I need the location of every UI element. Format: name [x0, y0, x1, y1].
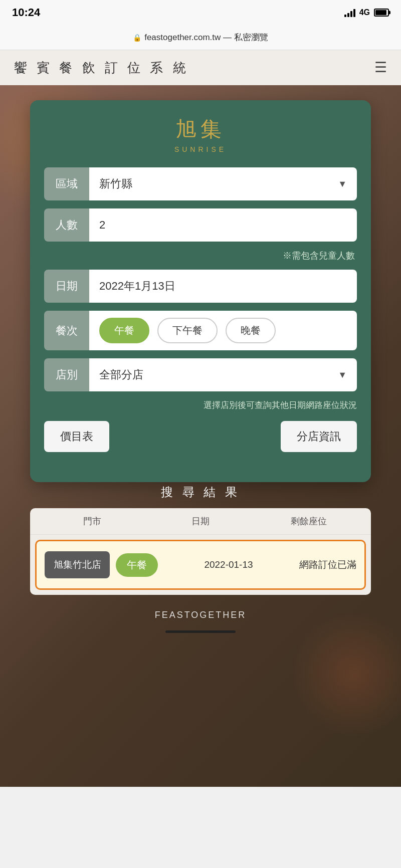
- battery-icon: [374, 9, 389, 17]
- region-label: 區域: [44, 167, 89, 200]
- result-store-name: 旭集竹北店: [45, 551, 110, 578]
- price-list-button[interactable]: 價目表: [44, 421, 109, 452]
- footer: FEASTOGETHER: [155, 610, 247, 633]
- store-select[interactable]: 全部分店 ▼: [89, 358, 357, 391]
- region-row: 區域 新竹縣 ▼: [44, 167, 357, 200]
- brand-area: 旭集 SUNRISE: [44, 115, 357, 153]
- action-buttons: 價目表 分店資訊: [44, 421, 357, 452]
- region-value: 新竹縣: [99, 176, 132, 191]
- result-row: 旭集竹北店 午餐 2022-01-13 網路訂位已滿: [39, 543, 362, 586]
- results-table-body: 旭集竹北店 午餐 2022-01-13 網路訂位已滿: [30, 535, 371, 595]
- meal-options: 午餐 下午餐 晚餐: [89, 311, 357, 350]
- store-note: 選擇店別後可查詢其他日期網路座位狀況: [44, 399, 357, 411]
- network-label: 4G: [359, 8, 370, 17]
- brand-english: SUNRISE: [44, 145, 357, 153]
- lock-icon: 🔒: [133, 34, 141, 42]
- result-date: 2022-01-13: [164, 559, 293, 570]
- search-results-title: 搜 尋 結 果: [30, 484, 371, 500]
- date-input[interactable]: 2022年1月13日: [89, 270, 357, 303]
- url-text: feastogether.com.tw — 私密瀏覽: [144, 32, 268, 43]
- home-indicator: [165, 630, 236, 633]
- region-dropdown-arrow: ▼: [338, 179, 347, 189]
- count-input[interactable]: 2: [89, 208, 357, 242]
- meal-btn-lunch[interactable]: 午餐: [99, 318, 149, 343]
- region-select[interactable]: 新竹縣 ▼: [89, 167, 357, 200]
- results-table-header: 門市 日期 剩餘座位: [30, 508, 371, 535]
- date-label: 日期: [44, 270, 89, 303]
- count-note: ※需包含兒童人數: [44, 250, 357, 262]
- store-row: 店別 全部分店 ▼: [44, 358, 357, 391]
- status-bar: 10:24 4G: [0, 0, 401, 25]
- result-meal-tag: 午餐: [116, 553, 158, 577]
- meal-btn-afternoon[interactable]: 下午餐: [157, 318, 218, 343]
- hamburger-icon[interactable]: ☰: [374, 61, 387, 75]
- nav-title: 饗 賓 餐 飲 訂 位 系 統: [14, 59, 189, 77]
- search-results-section: 搜 尋 結 果 門市 日期 剩餘座位 旭集竹北店 午餐 2022-01-13 網…: [30, 484, 371, 595]
- result-row-wrapper[interactable]: 旭集竹北店 午餐 2022-01-13 網路訂位已滿: [35, 540, 366, 590]
- bg-wrapper: 旭集 SUNRISE 區域 新竹縣 ▼ 人數 2 ※需包含兒童人數 日期 202…: [0, 85, 401, 787]
- store-label: 店別: [44, 358, 89, 391]
- brand-chinese: 旭集: [44, 115, 357, 143]
- date-value: 2022年1月13日: [99, 279, 175, 294]
- meal-label: 餐次: [44, 311, 89, 350]
- main-card: 旭集 SUNRISE 區域 新竹縣 ▼ 人數 2 ※需包含兒童人數 日期 202…: [30, 100, 371, 482]
- meal-type-row: 餐次 午餐 下午餐 晚餐: [44, 311, 357, 350]
- results-table: 門市 日期 剩餘座位 旭集竹北店 午餐 2022-01-13 網路訂位已滿: [30, 508, 371, 595]
- footer-text: FEASTOGETHER: [155, 610, 247, 620]
- status-icons: 4G: [344, 8, 389, 17]
- branch-info-button[interactable]: 分店資訊: [281, 421, 357, 452]
- date-row: 日期 2022年1月13日: [44, 270, 357, 303]
- url-bar[interactable]: 🔒 feastogether.com.tw — 私密瀏覽: [0, 25, 401, 50]
- header-date: 日期: [146, 515, 255, 527]
- header-seats: 剩餘座位: [255, 515, 363, 527]
- count-value: 2: [99, 219, 105, 232]
- count-row: 人數 2: [44, 208, 357, 242]
- store-value: 全部分店: [99, 367, 143, 382]
- count-label: 人數: [44, 208, 89, 242]
- store-dropdown-arrow: ▼: [338, 370, 347, 380]
- result-status: 網路訂位已滿: [299, 558, 356, 571]
- meal-btn-dinner[interactable]: 晚餐: [226, 318, 276, 343]
- status-time: 10:24: [12, 6, 40, 19]
- signal-icon: [344, 8, 355, 17]
- nav-header: 饗 賓 餐 飲 訂 位 系 統 ☰: [0, 50, 401, 85]
- header-store: 門市: [38, 515, 146, 527]
